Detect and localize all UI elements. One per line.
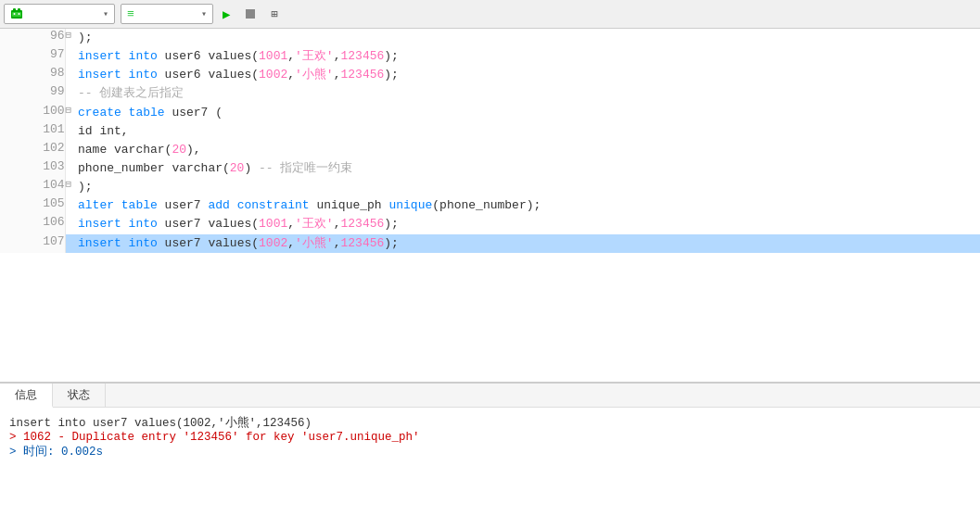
svg-rect-1 bbox=[13, 8, 16, 11]
db-selector[interactable]: ▾ bbox=[4, 4, 115, 24]
stop-icon bbox=[246, 9, 255, 19]
stop-button[interactable] bbox=[242, 7, 261, 20]
code-token: , bbox=[287, 236, 295, 250]
code-line-content: create table user7 ( bbox=[78, 104, 980, 122]
code-token: user6 values( bbox=[158, 49, 259, 63]
table-row: 103 phone_number varchar(20) -- 指定唯一约束 bbox=[0, 159, 980, 178]
code-token: 123456 bbox=[340, 49, 384, 63]
line-number: 104 bbox=[0, 178, 65, 196]
code-token: user6 values( bbox=[158, 68, 259, 82]
line-number: 98 bbox=[0, 66, 65, 84]
code-token: name varchar( bbox=[78, 143, 172, 157]
code-line-content: id int, bbox=[78, 122, 980, 141]
table-row: 105alter table user7 add constraint uniq… bbox=[0, 196, 980, 215]
line-number: 100 bbox=[0, 104, 65, 122]
code-line-content: phone_number varchar(20) -- 指定唯一约束 bbox=[78, 159, 980, 178]
code-token: (phone_number); bbox=[432, 198, 541, 212]
code-token: ) bbox=[244, 161, 259, 175]
code-token: insert into bbox=[78, 49, 158, 63]
code-token: unique_ph bbox=[310, 198, 389, 212]
code-token: 20 bbox=[172, 143, 186, 157]
fold-marker bbox=[65, 159, 78, 178]
line-number: 96 bbox=[0, 29, 65, 47]
code-token: ); bbox=[384, 49, 399, 63]
code-token: alter table bbox=[78, 198, 158, 212]
line-number: 97 bbox=[0, 47, 65, 66]
fold-marker bbox=[65, 47, 78, 66]
table-row: 98insert into user6 values(1002,'小熊',123… bbox=[0, 66, 980, 84]
code-token: insert into bbox=[78, 236, 158, 250]
code-token: ); bbox=[384, 217, 399, 231]
code-token: -- 创建表之后指定 bbox=[78, 86, 184, 100]
code-token: id int, bbox=[78, 124, 129, 138]
code-token: phone_number varchar( bbox=[78, 161, 230, 175]
fold-marker[interactable]: ⊟ bbox=[65, 104, 78, 122]
code-token: '小熊' bbox=[295, 68, 334, 82]
output-line: > 时间: 0.002s bbox=[9, 444, 971, 459]
output-line: > 1062 - Duplicate entry '123456' for ke… bbox=[9, 431, 971, 444]
code-editor[interactable]: 96⊟);97insert into user6 values(1001,'王欢… bbox=[0, 29, 980, 382]
code-area[interactable]: 96⊟);97insert into user6 values(1001,'王欢… bbox=[0, 29, 980, 382]
db-dropdown-arrow: ▾ bbox=[103, 8, 108, 19]
bottom-panel: 信息 状态 insert into user7 values(1002,'小熊'… bbox=[0, 382, 980, 516]
fold-marker bbox=[65, 215, 78, 233]
table-row: 107insert into user7 values(1002,'小熊',12… bbox=[0, 234, 980, 253]
table-row: 100⊟create table user7 ( bbox=[0, 104, 980, 122]
tab-status[interactable]: 状态 bbox=[53, 384, 106, 407]
code-token: user7 values( bbox=[158, 217, 259, 231]
table-row: 97insert into user6 values(1001,'王欢',123… bbox=[0, 47, 980, 66]
fold-marker[interactable]: ⊟ bbox=[65, 29, 78, 47]
line-number: 107 bbox=[0, 234, 65, 253]
table-row: 102 name varchar(20), bbox=[0, 141, 980, 159]
toolbar: ▾ ≡ ▾ ▶ ⊞ bbox=[0, 0, 980, 29]
table-row: 104⊟); bbox=[0, 178, 980, 196]
code-line-content: insert into user7 values(1002,'小熊',12345… bbox=[78, 234, 980, 253]
schema-dropdown-arrow: ▾ bbox=[201, 8, 207, 19]
table-row: 96⊟); bbox=[0, 29, 980, 47]
line-number: 99 bbox=[0, 84, 65, 103]
code-line-content: alter table user7 add constraint unique_… bbox=[78, 196, 980, 215]
code-line-content: insert into user6 values(1001,'王欢',12345… bbox=[78, 47, 980, 66]
line-number: 106 bbox=[0, 215, 65, 233]
code-token: 123456 bbox=[340, 217, 384, 231]
code-token: , bbox=[287, 68, 295, 82]
tab-info[interactable]: 信息 bbox=[0, 384, 53, 408]
panel-content: insert into user7 values(1002,'小熊',12345… bbox=[0, 408, 980, 516]
line-number: 103 bbox=[0, 159, 65, 178]
fold-marker bbox=[65, 196, 78, 215]
code-token: 123456 bbox=[340, 68, 384, 82]
fold-marker bbox=[65, 234, 78, 253]
svg-rect-2 bbox=[18, 8, 20, 11]
run-button[interactable]: ▶ bbox=[219, 5, 236, 24]
code-token: ); bbox=[384, 68, 399, 82]
code-line-content: name varchar(20), bbox=[78, 141, 980, 159]
code-line-content: insert into user7 values(1001,'王欢',12345… bbox=[78, 215, 980, 233]
code-token: '王欢' bbox=[295, 49, 334, 63]
svg-point-4 bbox=[14, 13, 16, 15]
explain-icon: ⊞ bbox=[271, 7, 277, 21]
table-row: 106insert into user7 values(1001,'王欢',12… bbox=[0, 215, 980, 233]
code-token: , bbox=[287, 217, 295, 231]
code-token: '王欢' bbox=[295, 217, 334, 231]
code-token: 20 bbox=[230, 161, 245, 175]
code-line-content: ); bbox=[78, 29, 980, 47]
code-line-content: insert into user6 values(1002,'小熊',12345… bbox=[78, 66, 980, 84]
code-token: unique bbox=[388, 198, 432, 212]
code-token: create table bbox=[78, 106, 165, 120]
code-token: user7 bbox=[158, 198, 209, 212]
line-number: 105 bbox=[0, 196, 65, 215]
explain-button[interactable]: ⊞ bbox=[267, 6, 284, 23]
code-token: 1001 bbox=[259, 49, 287, 63]
fold-marker[interactable]: ⊟ bbox=[65, 178, 78, 196]
panel-tabs: 信息 状态 bbox=[0, 384, 980, 408]
code-token: insert into bbox=[78, 217, 158, 231]
fold-marker bbox=[65, 66, 78, 84]
code-token: insert into bbox=[78, 68, 158, 82]
code-token: 1002 bbox=[259, 68, 287, 82]
svg-point-5 bbox=[19, 13, 20, 15]
code-token: add constraint bbox=[208, 198, 309, 212]
code-token: user7 ( bbox=[165, 106, 223, 120]
table-row: 99-- 创建表之后指定 bbox=[0, 84, 980, 103]
output-line: insert into user7 values(1002,'小熊',12345… bbox=[9, 415, 971, 431]
schema-selector[interactable]: ≡ ▾ bbox=[121, 4, 213, 24]
